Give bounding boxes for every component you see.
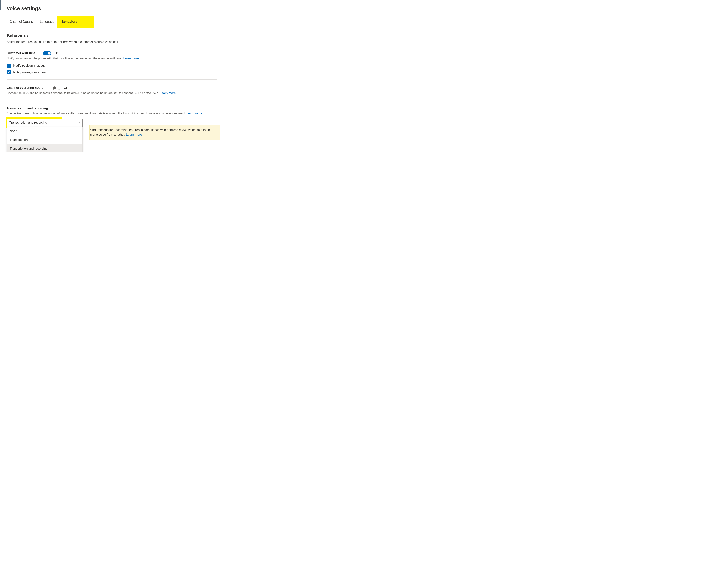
transcription-label: Transcription and recording (7, 107, 220, 110)
wait-time-label: Customer wait time (7, 51, 40, 55)
dropdown-option-both[interactable]: Transcription and recording (7, 144, 82, 152)
operating-hours-help: Choose the days and hours for this chann… (7, 92, 159, 95)
checkbox-notify-position-label: Notify position in queue (13, 64, 46, 67)
wait-time-help: Notify customers on the phone with their… (7, 57, 122, 60)
transcription-learn-more-link[interactable]: Learn more (186, 112, 202, 115)
checkbox-notify-avg-wait[interactable] (7, 70, 11, 74)
section-heading: Behaviors (7, 33, 220, 38)
operating-hours-toggle[interactable] (52, 86, 60, 90)
wait-time-toggle[interactable] (43, 51, 51, 55)
operating-hours-label: Channel operating hours (7, 86, 49, 90)
checkbox-notify-avg-wait-label: Notify average wait time (13, 70, 46, 74)
tab-active-indicator (61, 26, 77, 26)
tabs: Channel Details Language Behaviors (9, 18, 220, 25)
tab-language[interactable]: Language (40, 18, 54, 25)
operating-hours-toggle-state: Off (64, 86, 68, 90)
tab-behaviors-label: Behaviors (61, 20, 77, 23)
setting-operating-hours: Channel operating hours Off Choose the d… (7, 86, 220, 95)
banner-text-line2: n one voice from another. (90, 133, 126, 136)
operating-hours-learn-more-link[interactable]: Learn more (160, 91, 176, 95)
setting-transcription: Transcription and recording Enable live … (7, 107, 220, 140)
tab-channel-details[interactable]: Channel Details (9, 18, 33, 25)
wait-time-toggle-state: On (55, 52, 58, 55)
banner-text-line1: sing transcription recording features in… (90, 128, 214, 132)
dropdown-selected-value: Transcription and recording (9, 121, 47, 124)
wait-time-learn-more-link[interactable]: Learn more (123, 57, 139, 60)
section-description: Select the features you'd like to auto-p… (7, 40, 220, 44)
checkbox-notify-position[interactable] (7, 64, 11, 68)
setting-customer-wait-time: Customer wait time On Notify customers o… (7, 51, 220, 74)
check-icon (7, 71, 10, 73)
transcription-help: Enable live transcription and recording … (7, 112, 185, 115)
tab-behaviors[interactable]: Behaviors (61, 18, 77, 25)
check-icon (7, 64, 10, 67)
compliance-banner: sing transcription recording features in… (90, 125, 220, 140)
banner-learn-more-link[interactable]: Learn more (126, 133, 142, 136)
page-title: Voice settings (7, 5, 220, 11)
chevron-down-icon (77, 122, 80, 123)
